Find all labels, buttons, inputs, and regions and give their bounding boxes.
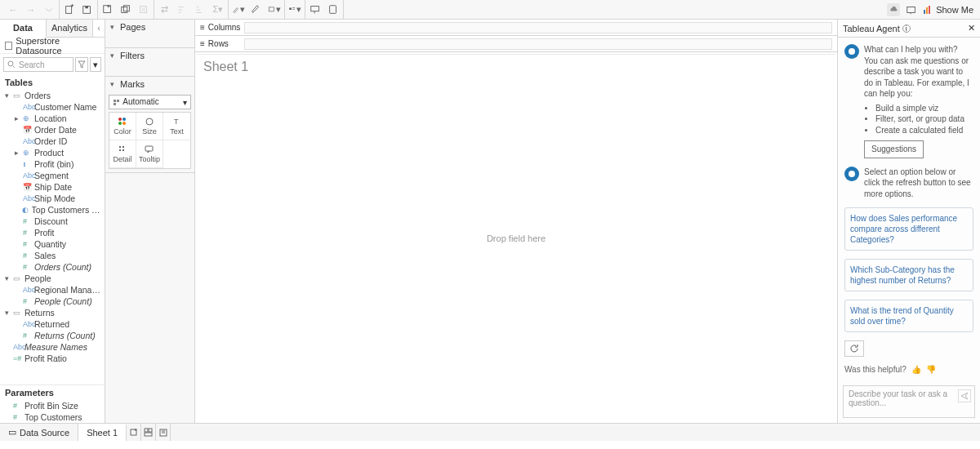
tab-analytics[interactable]: Analytics xyxy=(47,20,93,37)
field-row[interactable]: ▸⊕Product xyxy=(0,147,105,158)
field-row[interactable]: AbcSegment xyxy=(0,170,105,181)
field-row[interactable]: #People (Count) xyxy=(0,296,105,307)
thumbs-down-icon[interactable]: 👎 xyxy=(926,365,936,374)
table-row[interactable]: ▾▭Returns xyxy=(0,307,105,318)
search-placeholder: Search xyxy=(19,60,45,69)
send-icon[interactable] xyxy=(958,389,971,402)
back-icon[interactable]: ← xyxy=(7,3,20,16)
viz-canvas[interactable]: Sheet 1 Drop field here xyxy=(197,54,835,421)
datasource-tab-icon: ▭ xyxy=(8,427,16,438)
refresh-button[interactable] xyxy=(844,340,864,357)
new-dashboard-icon[interactable] xyxy=(141,424,156,441)
table-row[interactable]: ▾▭Orders xyxy=(0,90,105,101)
field-row[interactable]: AbcRegional Manager xyxy=(0,284,105,296)
field-row[interactable]: 📅Order Date xyxy=(0,124,105,136)
agent-title: Tableau Agent i xyxy=(843,24,911,33)
device-icon[interactable] xyxy=(327,3,340,16)
field-row[interactable]: ◐Top Customers by P... xyxy=(0,204,105,216)
marks-size[interactable]: Size xyxy=(136,113,163,140)
annotate-icon[interactable] xyxy=(250,3,263,16)
shelves-panel: ▾Pages ▾Filters ▾Marks Automatic ▾ Color… xyxy=(105,20,195,423)
suggestion-card[interactable]: What is the trend of Quantity sold over … xyxy=(844,300,973,332)
marks-type-select[interactable]: Automatic ▾ xyxy=(109,95,191,109)
rows-icon: ≡ xyxy=(200,39,205,48)
sheet-title[interactable]: Sheet 1 xyxy=(203,60,248,74)
field-row[interactable]: AbcReturned xyxy=(0,318,105,330)
sort-desc-icon[interactable] xyxy=(194,3,207,16)
collapse-panel-icon[interactable]: ‹ xyxy=(93,20,105,37)
filter-icon[interactable] xyxy=(75,57,88,72)
field-row[interactable]: #Returns (Count) xyxy=(0,330,105,341)
svg-rect-18 xyxy=(114,103,116,105)
pages-shelf[interactable]: ▾Pages xyxy=(105,20,194,34)
duplicate-icon[interactable] xyxy=(119,3,132,16)
swap-icon[interactable]: ⇄ xyxy=(158,3,171,16)
share-icon[interactable] xyxy=(905,3,918,16)
save-icon[interactable] xyxy=(81,3,94,16)
suggestion-card[interactable]: Which Sub-Category has the highest numbe… xyxy=(844,259,973,291)
datasource-tab[interactable]: ▭Data Source xyxy=(0,424,78,441)
presentation-icon[interactable] xyxy=(309,3,322,16)
svg-rect-10 xyxy=(330,5,336,13)
table-row[interactable]: ▾▭People xyxy=(0,273,105,284)
agent-input[interactable]: Describe your task or ask a question... xyxy=(843,385,975,418)
sheet-tab[interactable]: Sheet 1 xyxy=(78,424,127,441)
field-row[interactable]: ▸⊕Location xyxy=(0,113,105,124)
field-row[interactable]: =#Profit Ratio xyxy=(0,353,105,364)
svg-point-31 xyxy=(849,171,855,177)
svg-rect-28 xyxy=(122,149,124,151)
marks-text[interactable]: TText xyxy=(163,113,190,140)
search-menu-icon[interactable]: ▾ xyxy=(90,57,101,72)
forward-icon[interactable]: → xyxy=(24,3,38,16)
field-row[interactable]: #Profit xyxy=(0,227,105,238)
columns-shelf[interactable] xyxy=(244,22,832,33)
svg-rect-33 xyxy=(145,429,148,432)
sort-asc-icon[interactable] xyxy=(176,3,189,16)
field-row[interactable]: AbcCustomer Name xyxy=(0,101,105,113)
parameter-row[interactable]: #Top Customers xyxy=(0,411,105,423)
totals-icon[interactable]: Σ▾ xyxy=(212,3,225,16)
field-row[interactable]: #Quantity xyxy=(0,238,105,250)
datasource-selector[interactable]: Superstore Datasource xyxy=(0,38,105,54)
svg-rect-14 xyxy=(929,6,930,14)
field-row[interactable]: #Discount xyxy=(0,216,105,227)
agent-bullet: Build a simple viz xyxy=(875,103,973,114)
marks-color[interactable]: Color xyxy=(109,113,136,140)
svg-rect-27 xyxy=(119,149,121,151)
close-icon[interactable]: ✕ xyxy=(968,23,975,33)
field-row[interactable]: AbcShip Mode xyxy=(0,193,105,204)
field-row[interactable]: #Sales xyxy=(0,250,105,261)
field-row[interactable]: AbcMeasure Names xyxy=(0,341,105,353)
svg-rect-5 xyxy=(123,5,129,11)
filters-shelf[interactable]: ▾Filters xyxy=(105,48,194,63)
undo-dropdown-icon[interactable] xyxy=(42,3,56,16)
new-story-icon[interactable] xyxy=(156,424,171,441)
new-sheet-icon[interactable] xyxy=(127,424,141,441)
suggestions-button[interactable]: Suggestions xyxy=(864,140,924,158)
agent-avatar-icon xyxy=(844,167,859,181)
highlight-icon[interactable]: ▾ xyxy=(232,3,245,16)
field-row[interactable]: ⫾Profit (bin) xyxy=(0,158,105,170)
show-me-button[interactable]: Show Me xyxy=(923,5,973,15)
info-icon[interactable]: i xyxy=(902,24,911,33)
parameter-row[interactable]: #Profit Bin Size xyxy=(0,400,105,411)
show-me-label: Show Me xyxy=(936,5,973,15)
clear-icon[interactable] xyxy=(137,3,150,16)
show-labels-icon[interactable]: ▾ xyxy=(288,3,301,16)
suggestion-card[interactable]: How does Sales performance compare acros… xyxy=(844,207,973,251)
cloud-icon[interactable] xyxy=(887,3,900,16)
agent-avatar-icon xyxy=(844,44,859,59)
field-row[interactable]: AbcOrder ID xyxy=(0,136,105,147)
new-worksheet-icon[interactable] xyxy=(101,3,114,16)
marks-shelf[interactable]: ▾Marks xyxy=(105,77,194,91)
thumbs-up-icon[interactable]: 👍 xyxy=(911,365,921,374)
field-row[interactable]: #Orders (Count) xyxy=(0,261,105,273)
field-row[interactable]: 📅Ship Date xyxy=(0,181,105,193)
search-input[interactable]: Search xyxy=(3,57,74,72)
marks-detail[interactable]: Detail xyxy=(109,140,136,168)
rows-shelf[interactable] xyxy=(244,38,832,50)
marks-tooltip[interactable]: Tooltip xyxy=(136,140,163,168)
new-data-icon[interactable] xyxy=(63,3,76,16)
svg-point-22 xyxy=(122,122,126,125)
fit-icon[interactable]: ▾ xyxy=(268,3,281,16)
